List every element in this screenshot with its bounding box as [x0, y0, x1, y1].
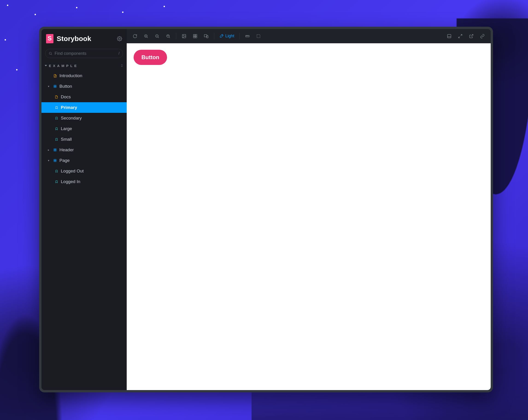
- svg-point-0: [119, 38, 120, 39]
- sidebar-item-page[interactable]: ▾ Page: [41, 155, 127, 166]
- toolbar-separator: [176, 33, 176, 39]
- search-input[interactable]: [55, 51, 116, 56]
- viewport-button[interactable]: [201, 31, 211, 41]
- svg-rect-16: [55, 161, 56, 162]
- open-new-tab-button[interactable]: [466, 31, 476, 41]
- devices-icon: [204, 34, 208, 38]
- zoom-out-icon: [155, 34, 159, 38]
- toolbar-separator: [239, 33, 240, 39]
- component-icon: [53, 148, 57, 152]
- sidebar-item-button-large[interactable]: Large: [41, 123, 127, 134]
- svg-line-22: [158, 37, 159, 38]
- fullscreen-button[interactable]: [455, 31, 465, 41]
- paintbrush-icon: [219, 34, 223, 38]
- expand-collapse-icon[interactable]: [120, 64, 123, 68]
- grid-button[interactable]: [190, 31, 200, 41]
- svg-point-1: [49, 52, 51, 54]
- sidebar-item-button-small[interactable]: Small: [41, 134, 127, 145]
- app-name: Storybook: [57, 35, 91, 43]
- settings-button[interactable]: [117, 36, 122, 41]
- ruler-icon: [245, 34, 250, 38]
- search-input-wrapper[interactable]: /: [45, 49, 123, 58]
- sidebar-item-button[interactable]: ▾ Button: [41, 81, 127, 92]
- main-panel: Light: [127, 29, 491, 390]
- gear-icon: [117, 36, 122, 41]
- chevron-down-icon: [45, 65, 47, 66]
- zoom-reset-button[interactable]: [163, 31, 173, 41]
- outline-button[interactable]: [253, 31, 264, 41]
- sidebar: Storybook / EXAMPLE: [41, 29, 127, 390]
- tree-item-label: Page: [60, 158, 70, 163]
- fullscreen-icon: [458, 34, 463, 38]
- svg-rect-11: [54, 150, 55, 151]
- sidebar-item-page-logged-out[interactable]: Logged Out: [41, 166, 127, 176]
- svg-line-41: [461, 34, 462, 36]
- svg-rect-29: [195, 34, 197, 36]
- document-icon: [53, 74, 57, 78]
- external-link-icon: [469, 34, 474, 38]
- section-header[interactable]: EXAMPLE: [41, 62, 127, 69]
- svg-rect-13: [54, 159, 55, 161]
- sidebar-item-button-docs[interactable]: Docs: [41, 92, 127, 102]
- component-icon: [53, 85, 57, 88]
- svg-rect-7: [54, 87, 55, 88]
- zoom-in-icon: [144, 34, 148, 38]
- outline-icon: [256, 34, 261, 38]
- section-label: EXAMPLE: [45, 64, 79, 68]
- svg-rect-30: [193, 36, 195, 38]
- remount-button[interactable]: [130, 31, 140, 41]
- svg-rect-15: [54, 161, 55, 162]
- svg-line-43: [471, 34, 473, 36]
- sidebar-item-introduction[interactable]: Introduction: [41, 70, 127, 81]
- sample-primary-button[interactable]: Button: [134, 50, 167, 65]
- sidebar-item-page-logged-in[interactable]: Logged In: [41, 176, 127, 187]
- tree-item-label: Button: [60, 84, 72, 89]
- sidebar-item-button-secondary[interactable]: Secondary: [41, 113, 127, 123]
- svg-rect-6: [55, 85, 56, 86]
- grid-icon: [193, 34, 197, 38]
- toolbar-separator: [214, 33, 214, 39]
- panel-bottom-icon: [447, 34, 452, 38]
- bookmark-icon: [54, 180, 59, 183]
- sample-button-label: Button: [142, 54, 159, 60]
- theme-label: Light: [225, 34, 234, 38]
- tree-item-label: Logged Out: [61, 169, 84, 174]
- svg-rect-38: [257, 35, 260, 37]
- measure-button[interactable]: [242, 31, 252, 41]
- chevron-down-icon: ▾: [48, 159, 51, 162]
- sidebar-item-header[interactable]: ▸ Header: [41, 145, 127, 155]
- bookmark-icon: [54, 106, 59, 109]
- background-button[interactable]: [179, 31, 189, 41]
- zoom-reset-icon: [166, 34, 170, 38]
- story-canvas: Button: [127, 43, 491, 390]
- brand[interactable]: Storybook: [46, 34, 91, 43]
- copy-link-button[interactable]: [477, 31, 487, 41]
- section-label-text: EXAMPLE: [49, 64, 79, 68]
- bookmark-icon: [54, 138, 59, 141]
- nav-tree: Introduction ▾ Button Docs: [41, 69, 127, 187]
- search-icon: [48, 52, 52, 55]
- svg-line-18: [147, 37, 148, 38]
- svg-rect-12: [55, 150, 56, 151]
- component-icon: [53, 159, 57, 162]
- svg-point-27: [183, 35, 184, 36]
- docs-addon-button[interactable]: [444, 31, 454, 41]
- toolbar: Light: [127, 29, 491, 43]
- app-window: Storybook / EXAMPLE: [39, 27, 493, 392]
- svg-line-42: [459, 36, 460, 38]
- zoom-out-button[interactable]: [152, 31, 162, 41]
- bookmark-icon: [54, 170, 59, 173]
- bookmark-icon: [54, 117, 59, 120]
- chevron-down-icon: ▾: [48, 85, 51, 88]
- zoom-in-button[interactable]: [141, 31, 151, 41]
- sync-icon: [133, 34, 137, 38]
- sidebar-item-button-primary[interactable]: Primary: [41, 102, 127, 113]
- svg-rect-34: [246, 35, 249, 37]
- tree-item-label: Small: [61, 137, 72, 142]
- tree-item-label: Logged In: [61, 179, 80, 184]
- svg-line-2: [51, 54, 52, 55]
- theme-toggle[interactable]: Light: [217, 31, 237, 41]
- storybook-logo-icon: [46, 34, 53, 44]
- tree-item-label: Large: [61, 126, 72, 131]
- svg-rect-28: [193, 34, 195, 36]
